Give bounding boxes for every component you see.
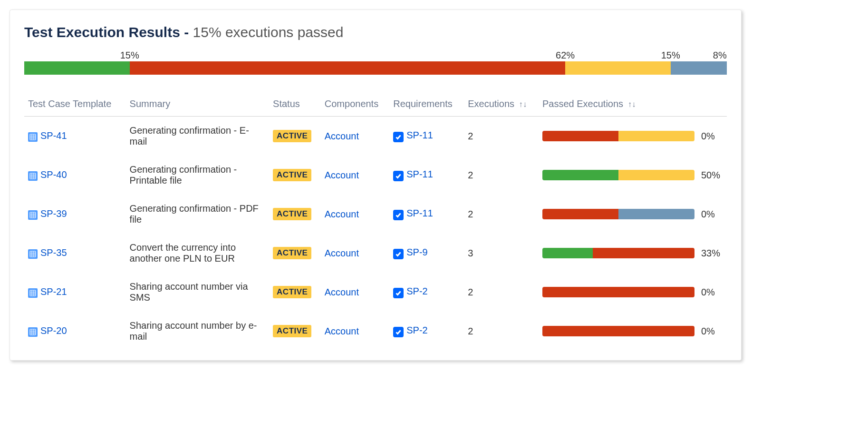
- test-case-link[interactable]: SP-40: [40, 169, 67, 180]
- requirement-link[interactable]: SP-11: [406, 130, 433, 140]
- overall-progress-bar: [24, 61, 727, 75]
- overall-progress: 15%62%15%8%: [24, 50, 727, 75]
- requirement-link[interactable]: SP-11: [406, 208, 433, 218]
- overall-segment-blue: [671, 61, 727, 75]
- row-progress-bar: [542, 287, 694, 297]
- executions-count: 2: [464, 273, 539, 312]
- overall-segment-label: 15%: [661, 50, 680, 61]
- row-segment-blue: [618, 209, 694, 219]
- col-summary[interactable]: Summary: [126, 94, 270, 117]
- test-case-link[interactable]: SP-21: [40, 286, 67, 297]
- table-row: SP-21Sharing account number via SMSACTIV…: [24, 273, 727, 312]
- summary-cell: Sharing account number by e-mail: [126, 312, 270, 351]
- summary-cell: Sharing account number via SMS: [126, 273, 270, 312]
- svg-rect-25: [30, 329, 36, 335]
- col-passed-label: Passed Executions: [542, 98, 623, 109]
- test-case-icon: [28, 210, 38, 220]
- component-link[interactable]: Account: [325, 248, 359, 258]
- col-components-label: Components: [325, 98, 378, 109]
- component-link[interactable]: Account: [325, 326, 359, 336]
- overall-progress-labels: 15%62%15%8%: [24, 50, 727, 61]
- row-segment-red: [542, 326, 694, 336]
- executions-count: 2: [464, 156, 539, 195]
- status-badge: ACTIVE: [273, 130, 311, 142]
- requirement-link[interactable]: SP-2: [406, 325, 427, 335]
- row-segment-yellow: [618, 131, 694, 141]
- test-case-link[interactable]: SP-41: [40, 130, 67, 141]
- requirement-link[interactable]: SP-9: [406, 247, 427, 257]
- table-row: SP-35Convert the currency into another o…: [24, 234, 727, 273]
- requirement-link[interactable]: SP-2: [406, 286, 427, 296]
- col-executions[interactable]: Executions ↑↓: [464, 94, 539, 117]
- svg-rect-5: [30, 173, 36, 179]
- test-case-icon: [28, 288, 38, 298]
- col-status[interactable]: Status: [269, 94, 321, 117]
- svg-rect-10: [30, 212, 36, 218]
- row-passed-pct: 0%: [701, 287, 723, 298]
- col-status-label: Status: [273, 98, 300, 109]
- row-segment-red: [542, 209, 618, 219]
- status-badge: ACTIVE: [273, 325, 311, 337]
- executions-count: 2: [464, 312, 539, 351]
- executions-count: 3: [464, 234, 539, 273]
- test-case-icon: [28, 171, 38, 181]
- col-summary-label: Summary: [130, 98, 171, 109]
- overall-segment-red: [130, 61, 565, 75]
- row-passed-pct: 0%: [701, 209, 723, 220]
- requirement-link[interactable]: SP-11: [406, 169, 433, 179]
- requirement-check-icon: [393, 327, 404, 337]
- status-badge: ACTIVE: [273, 169, 311, 181]
- table-row: SP-41Generating confirmation - E-mailACT…: [24, 117, 727, 156]
- col-requirements-label: Requirements: [393, 98, 453, 109]
- requirement-check-icon: [393, 132, 404, 142]
- overall-segment-label: 8%: [713, 50, 727, 61]
- component-link[interactable]: Account: [325, 131, 359, 141]
- row-segment-red: [593, 248, 694, 258]
- row-progress-bar: [542, 170, 694, 180]
- col-executions-label: Executions: [468, 98, 514, 109]
- status-badge: ACTIVE: [273, 208, 311, 220]
- test-case-link[interactable]: SP-39: [40, 208, 67, 219]
- row-passed-pct: 0%: [701, 131, 723, 142]
- test-case-icon: [28, 132, 38, 142]
- card-subtitle: 15% executions passed: [193, 24, 344, 40]
- requirement-check-icon: [393, 210, 404, 220]
- test-case-icon: [28, 327, 38, 337]
- executions-count: 2: [464, 117, 539, 156]
- requirement-check-icon: [393, 249, 404, 259]
- requirement-check-icon: [393, 288, 404, 298]
- test-case-icon: [28, 249, 38, 259]
- row-progress-bar: [542, 248, 694, 258]
- card-title-row: Test Execution Results - 15% executions …: [24, 24, 727, 40]
- col-template[interactable]: Test Case Template: [24, 94, 126, 117]
- summary-cell: Convert the currency into another one PL…: [126, 234, 270, 273]
- row-progress-bar: [542, 209, 694, 219]
- results-table: Test Case Template Summary Status Compon…: [24, 94, 727, 351]
- executions-count: 2: [464, 195, 539, 234]
- component-link[interactable]: Account: [325, 287, 359, 297]
- summary-cell: Generating confirmation - PDF file: [126, 195, 270, 234]
- component-link[interactable]: Account: [325, 209, 359, 219]
- test-case-link[interactable]: SP-20: [40, 325, 67, 336]
- sort-icon: ↑↓: [519, 100, 527, 109]
- summary-cell: Generating confirmation - E-mail: [126, 117, 270, 156]
- status-badge: ACTIVE: [273, 286, 311, 298]
- overall-segment-yellow: [565, 61, 671, 75]
- table-row: SP-39Generating confirmation - PDF fileA…: [24, 195, 727, 234]
- overall-segment-label: 62%: [556, 50, 575, 61]
- col-requirements[interactable]: Requirements: [389, 94, 464, 117]
- row-segment-red: [542, 287, 694, 297]
- row-passed-pct: 50%: [701, 170, 723, 181]
- col-components[interactable]: Components: [321, 94, 390, 117]
- status-badge: ACTIVE: [273, 247, 311, 259]
- test-case-link[interactable]: SP-35: [40, 247, 67, 258]
- col-passed[interactable]: Passed Executions ↑↓: [539, 94, 727, 117]
- table-row: SP-40Generating confirmation - Printable…: [24, 156, 727, 195]
- row-progress-bar: [542, 131, 694, 141]
- row-segment-red: [542, 131, 618, 141]
- component-link[interactable]: Account: [325, 170, 359, 180]
- svg-rect-15: [30, 251, 36, 257]
- title-separator: -: [184, 24, 193, 40]
- card-title: Test Execution Results: [24, 24, 180, 40]
- summary-cell: Generating confirmation - Printable file: [126, 156, 270, 195]
